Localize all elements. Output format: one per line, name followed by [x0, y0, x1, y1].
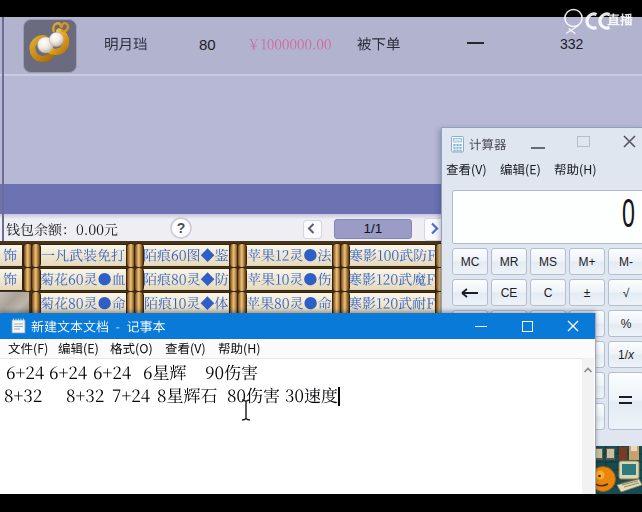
svg-text:?: ? [177, 220, 186, 236]
